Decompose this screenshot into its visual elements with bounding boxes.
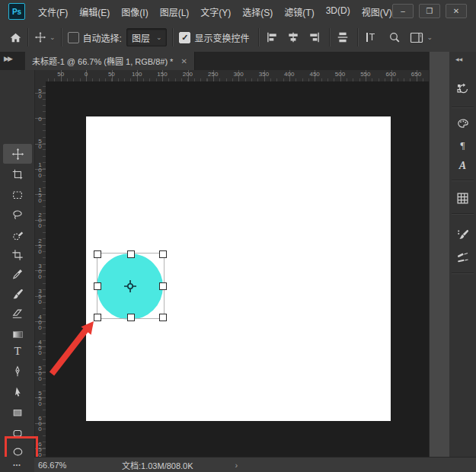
menu-item-4[interactable]: 文字(Y)	[200, 5, 231, 18]
maximize-button[interactable]: ❒	[419, 4, 440, 18]
chevron-down-icon: ⌄	[156, 33, 162, 41]
pen-tool[interactable]	[3, 362, 32, 381]
h-ruler-label: 450	[309, 71, 319, 78]
divider	[452, 273, 474, 274]
menu-item-7[interactable]: 3D(D)	[326, 5, 350, 18]
canvas-viewport[interactable]	[46, 81, 429, 457]
move-tool-preset-icon[interactable]: ⌄	[34, 31, 56, 43]
brush-settings-panel-icon[interactable]	[449, 223, 476, 246]
v-ruler-label: 100	[36, 161, 43, 177]
menu-item-0[interactable]: 文件(F)	[38, 5, 68, 18]
eraser-tool[interactable]	[3, 304, 32, 324]
h-ruler-label: 300	[233, 71, 243, 78]
menu-item-6[interactable]: 滤镜(T)	[284, 5, 314, 18]
v-ruler-label: 50	[36, 88, 43, 98]
divider	[452, 213, 474, 215]
menu-bar: 文件(F)编辑(E)图像(I)图层(L)文字(Y)选择(S)滤镜(T)3D(D)…	[38, 5, 392, 18]
v-ruler-label: 550	[36, 389, 43, 405]
direct-selection-tool[interactable]	[3, 382, 32, 402]
history-panel-icon[interactable]	[449, 77, 476, 100]
search-icon[interactable]	[388, 31, 401, 43]
divider	[357, 28, 359, 46]
transform-handle-bottom-center[interactable]	[127, 314, 135, 321]
object-selection-tool[interactable]	[3, 225, 32, 245]
h-ruler-label: 150	[157, 71, 167, 78]
rectangular-marquee-tool[interactable]	[3, 185, 32, 205]
rectangle-tool[interactable]	[3, 403, 32, 423]
transform-bounding-box	[97, 253, 165, 319]
divider	[258, 28, 260, 46]
transform-handle-bottom-right[interactable]	[159, 314, 167, 321]
document-tab[interactable]: 未标题-1 @ 66.7% (椭圆 1, RGB/8#) * ✕	[25, 52, 195, 70]
auto-select-checkbox[interactable]	[68, 32, 79, 43]
type-tool[interactable]: T	[3, 341, 32, 361]
move-tool[interactable]	[3, 144, 32, 164]
3d-mode-icon[interactable]	[364, 31, 376, 43]
h-ruler-label: 100	[132, 71, 142, 78]
tools-panel: T	[0, 70, 35, 472]
menu-item-2[interactable]: 图像(I)	[121, 5, 148, 18]
transform-handle-middle-left[interactable]	[94, 282, 101, 290]
transform-handle-bottom-left[interactable]	[94, 314, 101, 321]
h-ruler-label: 550	[360, 71, 370, 78]
brushes-panel-icon[interactable]	[449, 246, 476, 269]
libraries-panel-icon[interactable]	[449, 187, 476, 209]
h-ruler-label: 200	[183, 71, 193, 78]
status-bar: 66.67% 文档:1.03M/808.0K ›	[34, 457, 476, 472]
menu-item-8[interactable]: 视图(V)	[362, 5, 392, 18]
auto-select-target-dropdown[interactable]: 图层 ⌄	[126, 28, 168, 46]
menu-item-5[interactable]: 选择(S)	[242, 5, 273, 18]
divider	[329, 28, 331, 46]
divider	[61, 28, 62, 46]
divider	[452, 180, 474, 181]
zoom-level-field[interactable]: 66.67%	[38, 461, 91, 470]
ruler-origin-corner[interactable]	[34, 70, 46, 82]
menu-item-3[interactable]: 图层(L)	[160, 5, 190, 18]
v-ruler-label: 350	[36, 288, 43, 304]
dock-collapse-icon[interactable]: ◀◀	[455, 56, 462, 62]
eyedropper-tool[interactable]	[3, 264, 32, 284]
align-left-edges-icon[interactable]	[265, 31, 279, 43]
panel-dock-strip	[429, 52, 451, 472]
minimize-button[interactable]: –	[392, 4, 414, 18]
workspace-switcher-icon[interactable]: ⌄	[410, 32, 433, 43]
h-ruler-label: 650	[411, 71, 421, 78]
title-bar: Ps 文件(F)编辑(E)图像(I)图层(L)文字(Y)选择(S)滤镜(T)3D…	[0, 0, 476, 24]
crop-tool[interactable]	[3, 245, 32, 265]
tab-close-icon[interactable]: ✕	[180, 57, 187, 65]
align-right-edges-icon[interactable]	[308, 31, 321, 43]
toolbar-expand-icon[interactable]: ▶▶	[4, 55, 11, 62]
v-ruler-label: 150	[36, 187, 43, 203]
brush-tool[interactable]	[3, 284, 32, 304]
align-horizontal-centers-icon[interactable]	[286, 31, 300, 43]
h-ruler-label: 50	[57, 71, 64, 78]
rounded-rectangle-tool[interactable]	[3, 423, 32, 443]
photoshop-logo-icon: Ps	[8, 3, 25, 20]
v-ruler-label: 0	[36, 116, 43, 121]
distribute-centers-icon[interactable]	[336, 31, 350, 43]
transform-handle-top-right[interactable]	[159, 250, 167, 258]
h-ruler-label: 50	[108, 71, 115, 78]
show-transform-checkbox[interactable]: ✓	[179, 32, 190, 43]
menu-item-1[interactable]: 编辑(E)	[79, 5, 110, 18]
transform-handle-middle-right[interactable]	[159, 282, 167, 290]
h-ruler-label: 350	[259, 71, 269, 78]
chevron-down-icon: ⌄	[426, 33, 433, 41]
paragraph-panel-icon[interactable]: ¶	[449, 134, 476, 157]
photoshop-window: Ps 文件(F)编辑(E)图像(I)图层(L)文字(Y)选择(S)滤镜(T)3D…	[0, 0, 476, 472]
close-button[interactable]: ✕	[446, 4, 467, 18]
artboard-tool[interactable]	[3, 164, 32, 184]
horizontal-ruler[interactable]: 5005010015020025030035040045050055060065…	[46, 70, 429, 82]
toolbar-overflow-icon[interactable]: •••	[0, 457, 34, 472]
v-ruler-label: 500	[36, 364, 43, 380]
home-icon[interactable]	[9, 31, 22, 44]
transform-handle-top-left[interactable]	[94, 250, 101, 258]
color-panel-icon[interactable]	[449, 113, 476, 136]
status-expand-icon[interactable]: ›	[235, 461, 238, 470]
glyphs-panel-icon[interactable]: A	[449, 155, 476, 177]
v-ruler-label: 50	[36, 138, 43, 148]
divider	[452, 107, 474, 108]
vertical-ruler[interactable]: 1005005010015020025030035040045050055060…	[34, 81, 46, 457]
transform-handle-top-center[interactable]	[127, 250, 135, 258]
lasso-tool[interactable]	[3, 205, 32, 225]
